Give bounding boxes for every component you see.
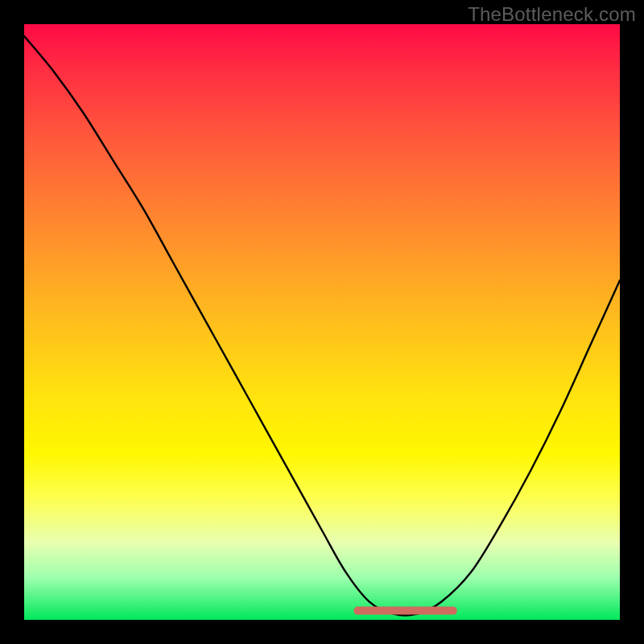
bottleneck-curve xyxy=(24,36,620,616)
chart-frame: TheBottleneck.com xyxy=(0,0,644,644)
plot-area xyxy=(24,24,620,620)
watermark-text: TheBottleneck.com xyxy=(468,3,636,26)
curve-overlay xyxy=(24,24,620,620)
